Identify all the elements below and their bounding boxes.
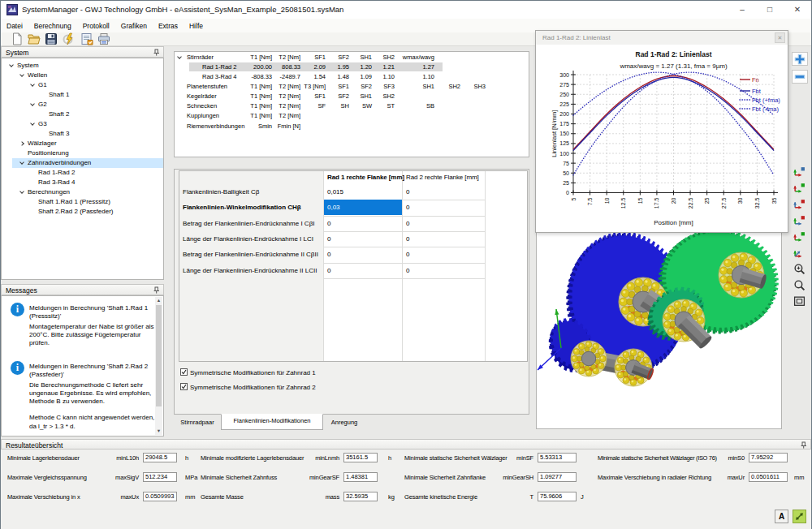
scroll-up-icon[interactable]: ▲ bbox=[155, 297, 162, 304]
open-file-button[interactable] bbox=[28, 32, 41, 46]
tree-item-rad-1-rad-2[interactable]: Rad 1-Rad 2 bbox=[2, 168, 162, 178]
pin-icon[interactable] bbox=[153, 49, 160, 56]
modifications-cell[interactable]: 0 bbox=[324, 216, 402, 231]
result-value-field[interactable]: 0.0509993 bbox=[143, 492, 177, 501]
overview-row-schnecken[interactable]: SchneckenT1 [Nm]T2 [Nm]SFSHSWSTSB bbox=[175, 101, 529, 111]
message-item[interactable]: Meldungen in Berechnung 'Shaft 2.Rad 2 (… bbox=[29, 363, 158, 431]
close-button[interactable]: ✕ bbox=[784, 1, 811, 19]
tab-anregung[interactable]: Anregung bbox=[325, 416, 364, 429]
tab-flankenlinien-modifikationen[interactable]: Flankenlinien-Modifikationen bbox=[221, 414, 323, 430]
new-file-button[interactable] bbox=[11, 32, 24, 46]
result-value-field[interactable]: 7.95292 bbox=[749, 453, 788, 462]
chevron-down-icon[interactable] bbox=[30, 121, 35, 126]
tree-item-shaft-3[interactable]: Shaft 3 bbox=[2, 129, 162, 139]
modifications-cell[interactable]: 0 bbox=[403, 184, 485, 200]
modifications-cell[interactable]: 0 bbox=[403, 231, 485, 247]
overview-row-planetenstufen[interactable]: PlanetenstufenT1 [Nm]T2 [Nm]T3 [Nm]SF1SF… bbox=[175, 82, 529, 92]
scroll-down-icon[interactable]: ▼ bbox=[155, 428, 162, 435]
view-iso-button[interactable] bbox=[793, 247, 806, 259]
view-xy-button[interactable] bbox=[793, 166, 806, 178]
view-zx-button[interactable] bbox=[793, 214, 806, 226]
menu-item-extras[interactable]: Extras bbox=[153, 19, 184, 32]
chart-window[interactable]: Rad 1-Rad 2: Linienlast ✕ 02550751001251… bbox=[535, 30, 788, 233]
maximize-button[interactable]: □ bbox=[756, 1, 784, 19]
tree-item-shaft-2[interactable]: Shaft 2 bbox=[2, 110, 162, 119]
menu-item-grafiken[interactable]: Grafiken bbox=[115, 19, 153, 32]
view-yz-button[interactable] bbox=[793, 230, 806, 243]
chevron-down-icon[interactable] bbox=[177, 54, 182, 59]
zoom-fit-button[interactable] bbox=[793, 295, 806, 308]
minimize-button[interactable]: – bbox=[728, 1, 756, 19]
result-value-field[interactable]: 1.09277 bbox=[538, 472, 577, 482]
print-button[interactable] bbox=[97, 32, 111, 46]
overview-row-stirnr-der[interactable]: StirnräderT1 [Nm]T2 [Nm]SF1SF2SH1SH2wmax… bbox=[175, 53, 529, 62]
add-button[interactable] bbox=[792, 52, 808, 66]
modifications-cell[interactable]: 0,03 bbox=[324, 200, 402, 215]
tree-item-berechnungen[interactable]: Berechnungen bbox=[2, 187, 162, 197]
export-button[interactable] bbox=[793, 510, 806, 523]
overview-row-kegelr-der[interactable]: KegelräderT1 [Nm]T2 [Nm]SF1SF2SH1SH2 bbox=[175, 92, 529, 101]
tree-item-w-lzlager[interactable]: Wälzlager bbox=[2, 139, 162, 148]
chevron-down-icon[interactable] bbox=[19, 72, 24, 77]
tree-item-system[interactable]: System bbox=[2, 61, 162, 71]
overview-row-kupplungen[interactable]: KupplungenT1 [Nm]T2 [Nm] bbox=[175, 111, 529, 121]
tree-item-shaft-2-rad-2-passfeder-[interactable]: Shaft 2.Rad 2 (Passfeder) bbox=[2, 207, 162, 217]
chart-window-close-icon[interactable]: ✕ bbox=[775, 32, 785, 43]
zoom-out-button[interactable] bbox=[793, 279, 806, 291]
result-value-field[interactable]: 75.9606 bbox=[538, 492, 577, 501]
tree-item-g2[interactable]: G2 bbox=[2, 100, 162, 110]
tree-item-label: Shaft 2.Rad 2 (Passfeder) bbox=[38, 207, 114, 217]
protocol-button[interactable] bbox=[80, 32, 94, 46]
tree-item-zahnradverbindungen[interactable]: Zahnradverbindungen bbox=[2, 158, 162, 168]
modifications-cell[interactable]: 0 bbox=[403, 200, 485, 215]
pin-icon[interactable] bbox=[800, 441, 807, 449]
tree-item-shaft-1[interactable]: Shaft 1 bbox=[2, 90, 162, 100]
chevron-down-icon[interactable] bbox=[19, 189, 24, 194]
result-value-field[interactable]: 35161.5 bbox=[343, 453, 378, 462]
chevron-down-icon[interactable] bbox=[30, 101, 35, 106]
pin-icon[interactable] bbox=[153, 286, 160, 294]
chevron-down-icon[interactable] bbox=[30, 82, 35, 87]
message-item[interactable]: Meldungen in Berechnung 'Shaft 1.Rad 1 (… bbox=[29, 304, 158, 347]
remove-button[interactable] bbox=[792, 70, 808, 84]
menu-item-berechnung[interactable]: Berechnung bbox=[28, 19, 77, 32]
modifications-cell[interactable]: 0 bbox=[324, 263, 402, 278]
menu-item-datei[interactable]: Datei bbox=[1, 19, 28, 32]
font-size-button[interactable]: A bbox=[775, 510, 788, 523]
modifications-cell[interactable]: 0 bbox=[324, 247, 402, 262]
chevron-down-icon[interactable] bbox=[9, 62, 14, 67]
tree-item-g1[interactable]: G1 bbox=[2, 80, 162, 90]
view-xz-button[interactable] bbox=[793, 198, 806, 210]
view-yx-button[interactable] bbox=[793, 182, 806, 194]
modifications-cell[interactable]: 0 bbox=[324, 231, 402, 247]
result-value-field[interactable]: 5.53313 bbox=[538, 453, 577, 462]
overview-row-riemenverbindungen[interactable]: RiemenverbindungenSminFmin [N] bbox=[175, 122, 529, 131]
modifications-cell[interactable]: 0 bbox=[403, 263, 485, 278]
overview-row-rad-3-rad-4[interactable]: Rad 3-Rad 4-808.33-2489.71.541.481.091.1… bbox=[175, 72, 529, 82]
modifications-cell[interactable]: 0,015 bbox=[324, 184, 402, 200]
modifications-cell[interactable]: 0 bbox=[403, 247, 485, 262]
result-value-field[interactable]: 0.0501611 bbox=[749, 472, 788, 482]
zoom-in-button[interactable] bbox=[793, 263, 806, 275]
tree-item-g3[interactable]: G3 bbox=[2, 119, 162, 129]
result-value-field[interactable]: 512.234 bbox=[143, 472, 177, 482]
tree-item-positionierung[interactable]: Positionierung bbox=[2, 148, 162, 158]
menu-item-hilfe[interactable]: Hilfe bbox=[184, 19, 209, 32]
tree-item-wellen[interactable]: Wellen bbox=[2, 71, 162, 80]
checkbox-symmetric-1[interactable] bbox=[180, 368, 188, 376]
save-file-button[interactable] bbox=[45, 32, 58, 46]
checkbox-symmetric-2[interactable] bbox=[180, 383, 188, 390]
result-value-field[interactable]: 29048.5 bbox=[143, 453, 177, 462]
chevron-right-icon[interactable] bbox=[19, 141, 24, 146]
modifications-cell[interactable]: 0 bbox=[403, 216, 485, 231]
tab-stirnradpaar[interactable]: Stirnradpaar bbox=[175, 416, 219, 429]
overview-row-rad-1-rad-2[interactable]: Rad 1-Rad 2200.00808.332.091.951.201.211… bbox=[175, 62, 529, 72]
result-value-field[interactable]: 1.48381 bbox=[343, 472, 378, 482]
tree-item-rad-3-rad-4[interactable]: Rad 3-Rad 4 bbox=[2, 178, 162, 187]
messages-scrollbar[interactable]: ▲▼ bbox=[155, 297, 162, 435]
result-value-field[interactable]: 32.5935 bbox=[343, 492, 378, 501]
menu-item-protokoll[interactable]: Protokoll bbox=[77, 19, 115, 32]
calculate-button[interactable] bbox=[63, 32, 76, 46]
tree-item-shaft-1-rad-1-presssitz-[interactable]: Shaft 1.Rad 1 (Presssitz) bbox=[2, 197, 162, 207]
scrollbar-thumb[interactable] bbox=[156, 305, 162, 406]
